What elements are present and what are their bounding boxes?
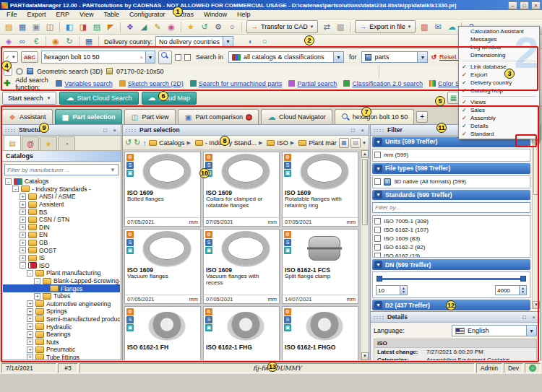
tree-item-tube-fittings[interactable]: + Tube fittings: [3, 354, 120, 360]
standard-iso-1609[interactable]: ISO 1609 (83): [374, 234, 528, 243]
standard-iso-6162[interactable]: ISO 6162 (19): [374, 251, 528, 258]
tree-item-automotive-engineering[interactable]: + Automotive engineering: [3, 300, 120, 308]
partial-search-link[interactable]: Partial search: [288, 80, 337, 87]
close-panel-icon[interactable]: ×: [530, 313, 538, 321]
part-card-vacuum-flanges[interactable]: ⚙ S ▣ ISO 1609 Vacuum flanges 07/05/2021…: [124, 229, 201, 304]
thumbnail-view-button[interactable]: ▦: [339, 138, 349, 148]
tree-item-springs[interactable]: + Springs: [3, 308, 120, 315]
scroll-down-icon[interactable]: ▼: [533, 301, 540, 309]
structure-tab-history[interactable]: ◔: [58, 136, 75, 150]
maximize-button[interactable]: □: [520, 1, 529, 9]
search-input[interactable]: [42, 53, 137, 61]
variables-search-link[interactable]: Variables search: [56, 80, 112, 87]
tree-expander-icon[interactable]: +: [27, 308, 33, 315]
run-search-button[interactable]: [158, 51, 172, 64]
standard-iso-6162-2[interactable]: ISO 6162-2 (82): [374, 243, 528, 251]
cloud-upload-icon[interactable]: ☁: [445, 21, 458, 33]
ctx-details[interactable]: ✓ Details: [460, 122, 538, 130]
globe-icon[interactable]: ○: [258, 35, 271, 48]
delivery-country-select[interactable]: No delivery countries ▼: [155, 36, 233, 48]
role-icon[interactable]: ◉: [49, 35, 62, 48]
tree-expander-icon[interactable]: -: [27, 270, 33, 276]
part-grid-scrollbar[interactable]: ▲ ▼: [361, 150, 369, 360]
3d-preview-icon[interactable]: ◧: [63, 21, 76, 33]
note-icon[interactable]: ✎: [151, 21, 164, 33]
breadcrumb-iso[interactable]: ▶ ISO: [257, 139, 288, 147]
tree-item-pneumatic[interactable]: + Pneumatic: [3, 346, 120, 354]
search-for-select[interactable]: parts ▼: [361, 51, 428, 63]
ctx-delivery-country[interactable]: ✓ Delivery country: [460, 79, 538, 87]
tree-item-bs[interactable]: + BS: [3, 208, 120, 216]
ctx-views[interactable]: ✓ Views: [460, 98, 538, 106]
standard-checkbox[interactable]: [374, 235, 381, 242]
structure-tab-favorites[interactable]: ★: [40, 136, 57, 150]
price-icon[interactable]: €: [30, 35, 43, 48]
tree-expander-icon[interactable]: +: [20, 240, 26, 246]
structure-tab-links[interactable]: @: [22, 136, 39, 150]
favorites-icon[interactable]: ★: [184, 21, 197, 33]
part-card-fhg[interactable]: ⚙ S ▣ ISO 6162-1 FHG: [203, 306, 280, 360]
tree-expander-icon[interactable]: +: [27, 315, 33, 322]
back-icon[interactable]: ↺: [125, 138, 132, 147]
tree-expander-icon[interactable]: +: [20, 217, 26, 223]
menu-file[interactable]: File: [1, 10, 22, 19]
standard-checkbox[interactable]: [374, 227, 381, 233]
scroll-down-icon[interactable]: ▼: [361, 352, 369, 360]
standard-checkbox[interactable]: [374, 253, 381, 258]
search-option-checkbox-1[interactable]: [175, 54, 181, 61]
units-mm-checkbox[interactable]: [374, 152, 381, 158]
tree-expander-icon[interactable]: +: [27, 331, 33, 338]
close-button[interactable]: ×: [531, 1, 541, 9]
tree-expander-icon[interactable]: +: [20, 209, 26, 215]
tree-item-assistent[interactable]: + Assistent: [3, 201, 120, 209]
float-panel-icon[interactable]: □: [349, 126, 357, 134]
tree-item-ansi-asme[interactable]: + ANSI / ASME: [3, 193, 120, 201]
close-panel-icon[interactable]: ×: [358, 126, 366, 134]
tree-item-gost[interactable]: + GOST: [3, 246, 120, 254]
menu-view[interactable]: View: [74, 10, 98, 19]
transfer-to-cad-button[interactable]: → Transfer to CAD ▾: [246, 20, 318, 33]
settings-icon[interactable]: ⚙: [212, 21, 225, 33]
float-panel-icon[interactable]: □: [520, 313, 528, 321]
manufacturer-filter-input[interactable]: [5, 167, 108, 173]
scroll-up-icon[interactable]: ▲: [361, 150, 369, 158]
copy-icon[interactable]: ▣: [30, 21, 43, 33]
document-icon[interactable]: ▥: [334, 21, 347, 33]
float-panel-icon[interactable]: □: [101, 126, 109, 134]
part-card-vacuum-flanges-recess[interactable]: ⚙ S ▣ ISO 1609 Vacuum flanges with reces…: [203, 229, 280, 304]
language-select[interactable]: English ▼: [452, 325, 537, 336]
dn-max-input[interactable]: [495, 285, 520, 295]
start-cloud-search-button[interactable]: ☁ Start Cloud Search: [59, 92, 138, 105]
tree-expander-icon[interactable]: -: [12, 186, 19, 192]
tree-item-catalogs[interactable]: - Catalogs: [3, 178, 120, 186]
tab-part-selection[interactable]: Part selection: [55, 109, 122, 124]
unmachined-parts-search-link[interactable]: Search for unmachined parts: [190, 80, 283, 87]
ctx-standard[interactable]: ✓ Standard: [460, 130, 538, 138]
scrollbar-thumb[interactable]: [362, 159, 368, 225]
tree-expander-icon[interactable]: +: [27, 339, 33, 345]
standard-checkbox[interactable]: [374, 244, 381, 251]
close-panel-icon[interactable]: ×: [111, 126, 119, 134]
tree-expander-icon[interactable]: +: [20, 255, 26, 261]
breadcrumb-plant-manufacturing[interactable]: ▶ Plant manufacturing...: [288, 139, 337, 147]
tree-item-tubes[interactable]: + Tubes: [3, 292, 120, 300]
search-in-select[interactable]: all catalogs & classifications ▼: [228, 51, 344, 63]
sketch-search-link[interactable]: Sketch search (2D): [119, 80, 184, 87]
dn-min-input[interactable]: [376, 285, 400, 295]
stamp-icon[interactable]: ◉: [165, 21, 178, 33]
history-icon[interactable]: ↺: [198, 21, 211, 33]
panel-grip[interactable]: [4, 129, 16, 132]
export-in-file-button[interactable]: → Export in file ▾: [355, 20, 416, 33]
forward-icon[interactable]: ↻: [134, 138, 140, 147]
email-icon[interactable]: ✉: [431, 21, 444, 33]
search-history-dropdown[interactable]: ▼: [145, 51, 155, 63]
tree-expander-icon[interactable]: +: [34, 293, 40, 300]
tree-expander-icon[interactable]: +: [20, 193, 26, 200]
tab-assistant[interactable]: Assistant: [1, 109, 53, 124]
dn-min-handle[interactable]: [377, 276, 382, 282]
part-card-bolted-flanges[interactable]: ⚙ S ▣ ISO 1609 Bolted flanges 07/05/2021…: [124, 152, 201, 227]
record-icon[interactable]: [246, 114, 252, 121]
print-icon[interactable]: ◫: [43, 21, 56, 33]
tree-item-industry-standards[interactable]: - - Industry Standards -: [3, 186, 120, 193]
filter-section-dn[interactable]: ▼ DN (599 Treffer): [372, 259, 530, 270]
